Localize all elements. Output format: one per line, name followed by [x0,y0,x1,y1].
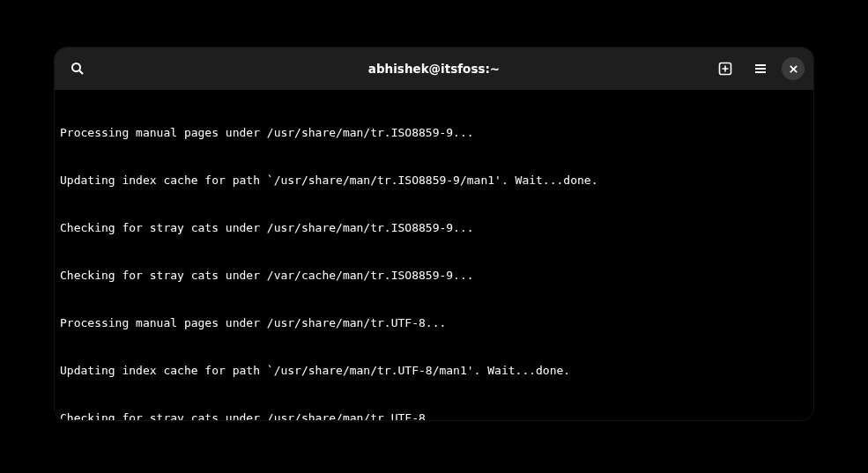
new-tab-icon [718,62,732,76]
new-tab-button[interactable] [711,55,739,83]
menu-button[interactable] [746,55,775,83]
titlebar-left [63,55,92,83]
terminal-line: Checking for stray cats under /usr/share… [60,410,808,420]
terminal-line: Updating index cache for path `/usr/shar… [60,173,808,188]
titlebar-right [711,55,805,83]
close-button[interactable] [782,57,805,80]
search-icon [70,62,85,76]
terminal-line: Processing manual pages under /usr/share… [60,125,808,141]
window-title: abhishek@itsfoss:~ [55,62,813,76]
svg-point-0 [72,63,80,71]
search-button[interactable] [63,55,92,83]
terminal-line: Checking for stray cats under /usr/share… [60,220,808,236]
terminal-line: Updating index cache for path `/usr/shar… [60,363,808,379]
terminal-line: Processing manual pages under /usr/share… [60,315,808,331]
hamburger-menu-icon [753,62,768,76]
terminal-window: abhishek@itsfoss:~ [55,48,813,420]
svg-line-1 [79,70,83,74]
terminal-line: Checking for stray cats under /var/cache… [60,268,808,284]
titlebar: abhishek@itsfoss:~ [55,48,813,90]
close-icon [789,64,798,74]
terminal-output[interactable]: Processing manual pages under /usr/share… [55,90,813,420]
